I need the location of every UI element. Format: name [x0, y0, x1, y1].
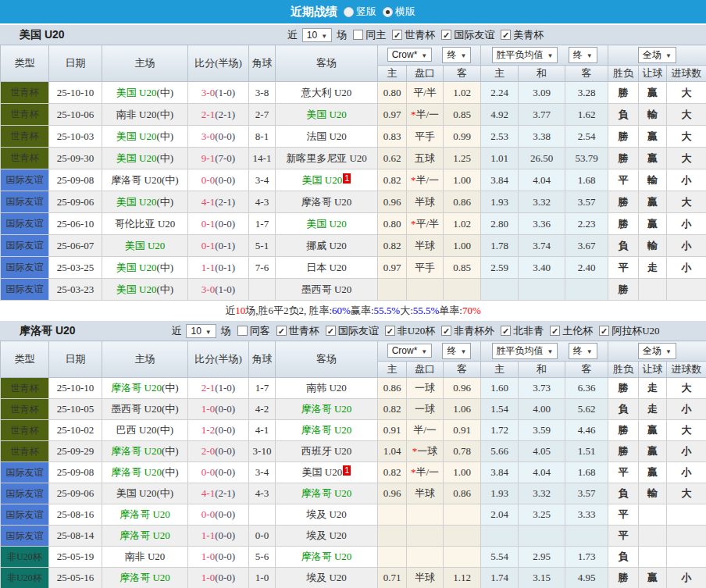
- avg-away-cell: 3.33: [565, 504, 608, 526]
- avg-odds-select-value: 胜平负均值: [497, 345, 544, 356]
- final-odds-select[interactable]: 终▼: [442, 47, 471, 63]
- date-cell: 25-06-10: [49, 213, 102, 235]
- caret-down-icon: ▼: [665, 348, 672, 355]
- away-odds-cell: 0.96: [444, 378, 481, 399]
- date-cell: 25-05-19: [49, 547, 102, 568]
- summary-part: 大:: [400, 304, 413, 318]
- fulltime-score: 2-1: [201, 382, 215, 394]
- page: 近期战绩 竖版 横版 美国 U20 近10▼场同主✓世青杯✓国际友谊✓美青杯 类…: [0, 0, 706, 588]
- layout-radio-horizontal[interactable]: 横版: [383, 5, 415, 19]
- match-scope-select-value: 全场: [643, 345, 661, 356]
- filter-label: 美青杯: [513, 28, 544, 42]
- col-type: 类型: [1, 45, 49, 82]
- wdl-result-cell: 負: [608, 104, 639, 126]
- summary-part: 60%: [332, 305, 351, 317]
- caret-down-icon: ▼: [460, 52, 466, 59]
- away-team-name: 墨西哥 U20: [301, 283, 352, 295]
- home-odds-cell: [378, 547, 407, 568]
- corner-cell: 7-6: [249, 257, 276, 279]
- avg-away-cell: 2.54: [565, 126, 608, 148]
- avg-draw-cell: 26.50: [519, 148, 565, 169]
- avg-select-group: 胜平负均值▼ 终▼: [481, 341, 608, 362]
- filter-bar: 近10▼场同客✓世青杯✓国际友谊✓非U20杯✓非青杯外✓北非青✓土伦杯✓阿拉杯U…: [125, 324, 706, 338]
- type-cell: 世青杯: [1, 126, 49, 148]
- handicap-result-cell: 贏: [639, 568, 667, 588]
- filter-checkbox[interactable]: [353, 30, 363, 40]
- home-team-cell: 摩洛哥 U20: [102, 504, 188, 526]
- avg-home-cell: 2.80: [481, 213, 519, 235]
- filter-checkbox[interactable]: [237, 326, 248, 336]
- handicap-result-cell: 走: [639, 399, 667, 420]
- goals-result-cell: [667, 547, 706, 568]
- final-avg-select[interactable]: 终▼: [569, 47, 597, 63]
- corner-cell: 2-7: [249, 104, 276, 126]
- filter-checkbox[interactable]: ✓: [599, 326, 609, 336]
- unit-label: 场: [221, 324, 231, 338]
- away-team-name: 法国 U20: [306, 130, 347, 142]
- avg-away-cell: 3.57: [565, 483, 608, 504]
- home-odds-cell: [378, 526, 407, 547]
- match-scope-select[interactable]: 全场▼: [638, 47, 676, 63]
- neutral-ground-tag: (中): [156, 130, 173, 142]
- bookmaker-select[interactable]: Crow*▼: [387, 48, 433, 62]
- match-scope-select[interactable]: 全场▼: [638, 343, 676, 359]
- handicap-cell: 一球: [407, 378, 444, 399]
- goals-result-cell: 大: [667, 126, 706, 148]
- filter-checkbox[interactable]: ✓: [276, 326, 287, 336]
- away-team-cell: 美国 U201: [276, 169, 378, 191]
- recent-count-value: 10: [191, 326, 201, 337]
- goals-result-cell: 小: [667, 462, 706, 483]
- fulltime-score: 0-1: [201, 218, 215, 230]
- filter-checkbox[interactable]: ✓: [550, 326, 560, 336]
- date-cell: 25-09-06: [49, 483, 102, 504]
- col-date: 日期: [49, 45, 102, 82]
- filter-checkbox[interactable]: ✓: [441, 30, 451, 40]
- filter-checkbox[interactable]: ✓: [392, 30, 402, 40]
- home-odds-cell: 0.91: [378, 420, 407, 441]
- avg-home-cell: 1.93: [481, 191, 519, 213]
- corner-cell: 4-2: [249, 399, 276, 420]
- wdl-result-cell: 勝: [608, 378, 639, 399]
- handicap-text: 半/一: [415, 109, 439, 120]
- corner-cell: 4-3: [249, 483, 276, 504]
- away-team-name: 美国 U20: [306, 218, 347, 230]
- wdl-result-cell: 勝: [608, 191, 639, 213]
- fulltime-score: 0-0: [201, 174, 215, 186]
- avg-odds-select[interactable]: 胜平负均值▼: [492, 47, 558, 63]
- handicap-result-cell: [639, 279, 667, 301]
- away-odds-cell: 1.02: [444, 213, 481, 235]
- handicap-cell: 平/半: [407, 82, 444, 104]
- filter-checkbox[interactable]: ✓: [385, 326, 395, 336]
- filter-label: 世青杯: [289, 324, 319, 338]
- home-odds-cell: 0.82: [378, 169, 407, 191]
- final-odds-select[interactable]: 终▼: [442, 343, 471, 359]
- handicap-cell: 半球: [407, 235, 444, 257]
- home-odds-cell: 1.04: [378, 441, 407, 462]
- score-cell: 2-1(2-1): [188, 104, 249, 126]
- away-odds-cell: 0.99: [444, 126, 481, 148]
- handicap-result-cell: 贏: [639, 191, 667, 213]
- goals-result-cell: 小: [667, 235, 706, 257]
- type-cell: 国际友谊: [1, 213, 49, 235]
- away-odds-cell: 1.00: [444, 169, 481, 191]
- avg-odds-select[interactable]: 胜平负均值▼: [492, 343, 558, 359]
- final-avg-select[interactable]: 终▼: [569, 343, 597, 359]
- home-odds-cell: 0.97: [378, 104, 407, 126]
- filter-checkbox[interactable]: ✓: [326, 326, 336, 336]
- layout-radio-vertical[interactable]: 竖版: [344, 5, 376, 19]
- recent-count-select[interactable]: 10▼: [186, 324, 216, 338]
- avg-draw-cell: 3.77: [519, 104, 565, 126]
- away-team-name: 埃及 U20: [306, 529, 347, 541]
- home-team-name: 摩洛哥 U20: [111, 174, 162, 186]
- filter-checkbox[interactable]: ✓: [441, 326, 451, 336]
- bookmaker-select[interactable]: Crow*▼: [387, 344, 433, 358]
- home-team-cell: 巴西 U20(中): [102, 420, 188, 441]
- match-row: 世青杯25-09-29摩洛哥 U20(中)2-0(0-0)3-10西班牙 U20…: [1, 441, 706, 462]
- filter-checkbox[interactable]: ✓: [501, 326, 511, 336]
- away-team-cell: 摩洛哥 U20: [276, 483, 378, 504]
- date-cell: 25-10-10: [49, 378, 102, 399]
- filter-checkbox[interactable]: ✓: [501, 30, 511, 40]
- recent-count-select[interactable]: 10▼: [302, 28, 332, 42]
- filter-label: 国际友谊: [338, 324, 379, 338]
- neutral-ground-tag: (中): [162, 466, 179, 478]
